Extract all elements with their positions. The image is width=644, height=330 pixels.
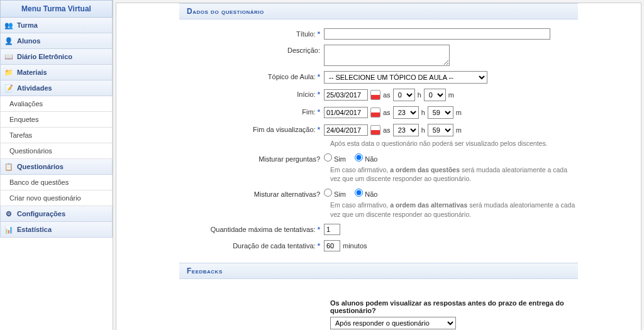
calendar-icon[interactable] (370, 90, 380, 100)
select-topico[interactable]: -- SELECIONE UM TÓPICO DE AULA -- (324, 71, 487, 84)
sidebar-menu: 👥Turma👤Alunos📖Diário Eletrônico📁Materiai… (0, 18, 113, 238)
sidebar-item[interactable]: 📁Materiais (0, 65, 113, 80)
sidebar-subitem[interactable]: Tarefas (0, 128, 113, 143)
sidebar-item-label: Diário Eletrônico (17, 53, 72, 60)
content-scroll[interactable]: Dados do questionário Título: * Descriçã… (113, 0, 644, 330)
label-fim: Fim: * (179, 106, 324, 116)
sidebar-subitem[interactable]: Criar novo questionário (0, 190, 113, 206)
sidebar-item[interactable]: ⚙Configurações (0, 206, 113, 222)
input-titulo[interactable] (324, 28, 550, 40)
sidebar-item-label: Turma (17, 21, 38, 29)
radio-mistalt-nao[interactable]: Não (355, 189, 377, 198)
sidebar-item[interactable]: 📖Diário Eletrônico (0, 49, 113, 65)
label-mistperg: Misturar perguntas? (179, 153, 324, 163)
text-as: as (383, 126, 391, 134)
sidebar-item-label: Materiais (17, 69, 47, 76)
sidebar-item[interactable]: 📋Questionários (0, 159, 113, 175)
text-h: h (421, 109, 425, 116)
sidebar: Menu Turma Virtual 👥Turma👤Alunos📖Diário … (0, 0, 113, 330)
radio-mistalt-sim[interactable]: Sim (324, 189, 346, 198)
label-titulo: Título: * (179, 28, 324, 38)
sidebar-item[interactable]: 👤Alunos (0, 33, 113, 49)
input-dur[interactable] (324, 240, 340, 251)
label-qtdmax: Quantidade máxima de tentativas: * (179, 224, 324, 233)
label-fimvis: Fim da visualização: * (179, 124, 324, 133)
text-minutos: minutos (343, 242, 367, 250)
text-as: as (383, 91, 391, 99)
menu-icon: 📝 (4, 84, 13, 92)
menu-icon: 📊 (4, 225, 13, 234)
text-m: m (456, 126, 462, 134)
menu-icon: 📁 (4, 68, 13, 77)
hint-mistperg: Em caso afirmativo, a ordem das questões… (330, 165, 578, 184)
text-h: h (421, 126, 425, 134)
sidebar-title: Menu Turma Virtual (0, 0, 113, 18)
section-dados: Dados do questionário (179, 3, 578, 19)
sidebar-item-label: Configurações (17, 210, 65, 217)
select-fb-q1[interactable]: Após responder o questionário (330, 317, 456, 329)
sidebar-item-label: Questionários (17, 163, 64, 170)
menu-icon: ⚙ (4, 209, 13, 218)
sidebar-item[interactable]: 📊Estatística (0, 222, 113, 238)
sidebar-item-label: Atividades (17, 84, 52, 92)
input-qtdmax[interactable] (324, 224, 340, 235)
sidebar-item-label: Alunos (17, 37, 40, 45)
sidebar-subitem[interactable]: Banco de questões (0, 175, 113, 190)
input-fim-date[interactable] (324, 107, 368, 118)
calendar-icon[interactable] (370, 125, 380, 135)
select-fim-h[interactable]: 23 (393, 106, 419, 119)
select-fimvis-m[interactable]: 59 (428, 124, 453, 136)
label-mistalt: Misturar alternativas? (179, 189, 324, 198)
menu-icon: 👤 (4, 36, 13, 45)
select-fimvis-h[interactable]: 23 (393, 124, 419, 136)
select-inicio-h[interactable]: 0 (393, 89, 415, 101)
radio-mistperg-sim[interactable]: Sim (324, 153, 346, 163)
text-m: m (456, 109, 462, 116)
sidebar-item-label: Estatística (17, 226, 52, 233)
sidebar-subitem[interactable]: Questionários (0, 143, 113, 159)
input-fimvis-date[interactable] (324, 124, 368, 136)
section-feedbacks: Feedbacks (179, 263, 578, 279)
sidebar-item[interactable]: 📝Atividades (0, 80, 113, 96)
text-h: h (418, 91, 421, 99)
radio-mistperg-nao[interactable]: Não (355, 153, 377, 163)
sidebar-item[interactable]: 👥Turma (0, 18, 113, 33)
sidebar-subitem[interactable]: Avaliações (0, 96, 113, 112)
select-inicio-m[interactable]: 0 (424, 89, 446, 101)
input-descricao[interactable] (324, 45, 450, 66)
sidebar-subitem[interactable]: Enquetes (0, 112, 113, 128)
label-dur: Duração de cada tentativa: * (179, 240, 324, 250)
label-inicio: Início: * (179, 89, 324, 98)
select-fim-m[interactable]: 59 (428, 106, 453, 119)
hint-mistalt: Em caso afirmativo, a ordem das alternat… (330, 201, 578, 219)
hint-fimvis: Após esta data o questionário não poderá… (330, 139, 548, 148)
menu-icon: 👥 (4, 21, 13, 30)
text-m: m (448, 91, 454, 99)
label-descricao: Descrição: (179, 45, 324, 54)
label-topico: Tópico de Aula: * (179, 71, 324, 80)
menu-icon: 📋 (4, 162, 13, 171)
text-as: as (383, 109, 391, 116)
form-panel: Dados do questionário Título: * Descriçã… (116, 3, 641, 330)
fb-q1: Os alunos podem visualizar as respostas … (330, 299, 578, 314)
menu-icon: 📖 (4, 52, 13, 61)
calendar-icon[interactable] (370, 107, 380, 118)
input-inicio-date[interactable] (324, 89, 368, 101)
